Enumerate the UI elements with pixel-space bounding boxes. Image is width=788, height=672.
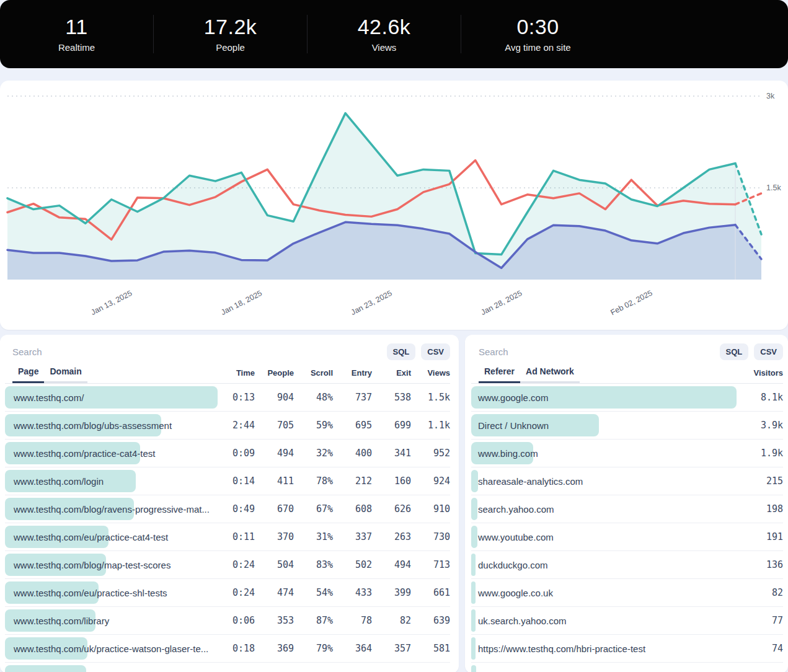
avg-time-value: 0:30 — [516, 15, 559, 38]
realtime-label: Realtime — [58, 42, 95, 53]
search-input[interactable] — [12, 347, 149, 357]
col-time[interactable]: Time — [216, 368, 255, 383]
entry-cell: 212 — [333, 475, 372, 487]
tab-ad-network[interactable]: Ad Network — [520, 366, 580, 383]
pages-tabs: Page Domain — [12, 366, 216, 383]
table-row[interactable]: www.testhq.com/ 0:13 904 48% 737 538 1.5… — [5, 384, 450, 412]
views-bar — [5, 665, 86, 672]
table-row[interactable]: www.bing.com 1.9k — [471, 440, 783, 467]
col-scroll[interactable]: Scroll — [294, 368, 333, 383]
stat-avg-time: 0:30 Avg time on site — [461, 15, 614, 52]
referer-url: search.yahoo.com — [471, 504, 733, 515]
people-label: People — [216, 42, 245, 53]
people-cell: 353 — [255, 615, 294, 626]
table-row[interactable]: www.testhq.com/library 0:06 353 87% 78 8… — [5, 607, 450, 635]
pages-search-row: SQL CSV — [5, 343, 450, 360]
views-cell: 661 — [411, 587, 450, 598]
table-row[interactable]: www.testhq.com/blog/ubs-assessment 2:44 … — [5, 412, 450, 440]
entry-cell: 502 — [333, 559, 372, 570]
table-row[interactable]: duckduckgo.com 136 — [471, 551, 783, 579]
referer-url: www.google.com — [471, 392, 733, 403]
csv-button[interactable]: CSV — [421, 343, 450, 360]
views-cell: 639 — [411, 615, 450, 626]
views-label: Views — [372, 42, 397, 53]
tab-referer[interactable]: Referer — [479, 366, 520, 383]
exit-cell: 399 — [372, 587, 411, 598]
sql-button[interactable]: SQL — [720, 343, 749, 360]
time-cell: 0:18 — [216, 643, 255, 654]
exit-cell: 538 — [372, 392, 411, 403]
table-row[interactable]: www.testhq.com/eu/practice-cat4-test 0:1… — [5, 523, 450, 551]
col-people[interactable]: People — [255, 368, 294, 383]
table-row[interactable]: www.testhq.com/practice-cat4-test 0:09 4… — [5, 440, 450, 467]
views-cell: 713 — [411, 559, 450, 570]
csv-button[interactable]: CSV — [754, 343, 783, 360]
entry-cell: 78 — [333, 615, 372, 626]
table-row[interactable]: www.testhq.com/blog/ravens-progressive-m… — [5, 495, 450, 523]
scroll-cell: 48% — [294, 392, 333, 403]
referer-url: www.google.co.uk — [471, 588, 733, 598]
col-visitors[interactable]: Visitors — [733, 368, 783, 383]
time-cell: 2:44 — [216, 420, 255, 431]
visitors-cell: 77 — [733, 615, 783, 626]
col-entry[interactable]: Entry — [333, 368, 372, 383]
stat-people: 17.2k People — [154, 15, 307, 52]
page-url: www.testhq.com/blog/ravens-progressive-m… — [5, 504, 216, 515]
entry-cell: 400 — [333, 448, 372, 459]
tab-page[interactable]: Page — [12, 366, 44, 383]
table-row[interactable]: www.youtube.com 191 — [471, 523, 783, 551]
table-row[interactable]: www.testhq.com/login 0:14 411 78% 212 16… — [5, 467, 450, 495]
visitors-cell: 82 — [733, 587, 783, 598]
people-cell: 411 — [255, 475, 294, 487]
col-views[interactable]: Views — [411, 368, 450, 383]
scroll-cell: 54% — [294, 587, 333, 598]
page-url: www.testhq.com/eu/practice-cat4-test — [5, 532, 216, 542]
table-row[interactable]: www.google.com 8.1k — [471, 384, 783, 412]
scroll-cell: 87% — [294, 615, 333, 626]
visitors-bar — [471, 665, 476, 672]
scroll-cell: 83% — [294, 559, 333, 570]
views-cell: 924 — [411, 475, 450, 487]
svg-text:1.5k: 1.5k — [766, 183, 781, 192]
scroll-cell: 79% — [294, 643, 333, 654]
table-row[interactable]: Direct / Unknown 3.9k — [471, 412, 783, 440]
visitors-cell: 1.9k — [733, 448, 783, 459]
page-url: www.testhq.com/login — [5, 476, 216, 487]
table-row[interactable]: search.yahoo.com 198 — [471, 495, 783, 523]
col-exit[interactable]: Exit — [372, 368, 411, 383]
table-row[interactable]: shareasale-analytics.com 215 — [471, 467, 783, 495]
exit-cell: 357 — [372, 643, 411, 654]
pages-panel: SQL CSV Page Domain Time People Scroll E… — [0, 335, 459, 672]
table-row[interactable]: www.testhq.com/eu/practice-shl-tests 0:2… — [5, 579, 450, 607]
table-row[interactable]: uk.search.yahoo.com 77 — [471, 607, 783, 635]
pages-table: www.testhq.com/ 0:13 904 48% 737 538 1.5… — [5, 384, 450, 672]
views-cell: 1.5k — [411, 392, 450, 403]
people-cell: 504 — [255, 559, 294, 570]
realtime-value: 11 — [65, 15, 87, 38]
time-cell: 0:11 — [216, 531, 255, 542]
visitors-cell: 8.1k — [733, 392, 783, 403]
traffic-chart[interactable]: 3k1.5kJan 13, 2025Jan 18, 2025Jan 23, 20… — [0, 81, 788, 330]
table-row[interactable] — [5, 663, 450, 672]
scroll-cell: 31% — [294, 531, 333, 542]
table-row[interactable]: https://www.testhq.com/hbri-practice-tes… — [471, 635, 783, 663]
search-input[interactable] — [479, 347, 615, 357]
scroll-cell: 78% — [294, 475, 333, 487]
exit-cell: 626 — [372, 503, 411, 515]
table-row[interactable]: www.testhq.com/uk/practice-watson-glaser… — [5, 635, 450, 663]
table-row[interactable] — [471, 663, 783, 672]
referers-tabs: Referer Ad Network — [479, 366, 733, 383]
tab-domain[interactable]: Domain — [44, 366, 87, 383]
time-cell: 0:24 — [216, 587, 255, 598]
referer-url: https://www.testhq.com/hbri-practice-tes… — [471, 643, 733, 654]
table-row[interactable]: www.testhq.com/blog/map-test-scores 0:24… — [5, 551, 450, 579]
svg-text:Jan 18, 2025: Jan 18, 2025 — [219, 289, 263, 317]
svg-text:Jan 23, 2025: Jan 23, 2025 — [350, 289, 394, 317]
sql-button[interactable]: SQL — [387, 343, 416, 360]
page-url: www.testhq.com/uk/practice-watson-glaser… — [5, 643, 216, 654]
table-row[interactable]: www.google.co.uk 82 — [471, 579, 783, 607]
svg-text:Feb 02, 2025: Feb 02, 2025 — [609, 288, 654, 317]
page-url: www.testhq.com/practice-cat4-test — [5, 448, 216, 459]
time-cell: 0:14 — [216, 475, 255, 487]
page-url: www.testhq.com/blog/map-test-scores — [5, 560, 216, 570]
